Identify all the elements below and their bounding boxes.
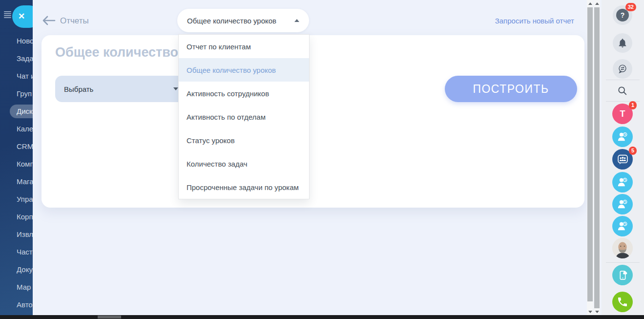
menu-item-total-lessons-selected[interactable]: Общее количество уроков [179, 58, 309, 82]
user-photo [612, 238, 633, 258]
scroll-down-arrow[interactable] [587, 308, 593, 315]
group-chat-icon [617, 153, 629, 166]
person-clock-icon [616, 220, 629, 233]
menu-item-employee-activity[interactable]: Активность сотрудников [179, 82, 309, 105]
device-cloud-icon [617, 269, 629, 281]
left-sidebar: ✕ Ново Зада Чат и Груп Диск Кале CRM Ком… [0, 0, 33, 315]
horizontal-scrollbar-thumb[interactable] [98, 316, 121, 319]
group-chat-badge: 5 [629, 147, 637, 155]
chevron-down-icon [173, 87, 178, 90]
device-sync-button[interactable] [612, 265, 633, 285]
scroll-up-arrow[interactable] [587, 0, 593, 7]
person-clock-icon [616, 176, 629, 189]
group-chat-avatar[interactable]: 5 [612, 149, 633, 170]
phone-icon [617, 296, 628, 308]
build-report-button[interactable]: ПОСТРОИТЬ [445, 76, 577, 102]
scroll-down-arrow[interactable] [594, 308, 600, 315]
menu-item-overdue-tasks[interactable]: Просроченные задачи по урокам [179, 175, 309, 199]
person-clock-icon [616, 198, 629, 211]
phone-button[interactable] [612, 292, 633, 312]
chat-list-button[interactable] [613, 59, 632, 79]
help-button[interactable]: ? 32 [613, 5, 632, 25]
contact-avatar-person-clock[interactable] [612, 216, 633, 236]
photo-avatar[interactable] [612, 238, 633, 258]
avatar-letter: T [620, 109, 625, 119]
person-clock-icon [616, 130, 629, 143]
chat-exchange-icon [617, 64, 628, 74]
report-type-dropdown-value: Общее количество уроков [187, 17, 276, 25]
filter-select-value: Выбрать [64, 85, 93, 93]
filter-select[interactable]: Выбрать [55, 76, 187, 102]
outer-vertical-scrollbar[interactable] [594, 0, 600, 315]
main-panel: Отчеты Запросить новый отчет Общее колич… [33, 0, 587, 315]
bottom-horizontal-scrollbar[interactable] [0, 315, 644, 319]
menu-item-report-clients[interactable]: Отчет по клиентам [179, 35, 309, 58]
help-icon: ? [616, 9, 629, 21]
hamburger-menu-icon[interactable] [4, 10, 11, 19]
avatar-badge: 1 [629, 101, 637, 109]
search-button[interactable] [613, 81, 632, 101]
rail-divider [606, 262, 640, 263]
report-type-dropdown[interactable]: Общее количество уроков [177, 9, 309, 32]
menu-item-lesson-status[interactable]: Статус уроков [179, 128, 309, 152]
contact-avatar-person-clock[interactable] [612, 172, 633, 192]
contact-avatar-person-clock[interactable] [612, 127, 633, 147]
menu-item-task-count[interactable]: Количество задач [179, 152, 309, 175]
notifications-button[interactable] [613, 33, 632, 53]
report-card: Общее количество уроков Выбрать ПОСТРОИТ… [42, 35, 584, 208]
chevron-up-icon [294, 19, 299, 22]
outer-scrollbar-thumb[interactable] [594, 7, 600, 308]
back-arrow-icon[interactable] [42, 15, 56, 28]
inner-vertical-scrollbar[interactable] [587, 0, 593, 315]
search-icon [617, 85, 628, 96]
app-root: ✕ Ново Зада Чат и Груп Диск Кале CRM Ком… [0, 0, 644, 319]
close-icon: ✕ [18, 11, 25, 21]
scroll-up-arrow[interactable] [594, 0, 600, 7]
inner-scrollbar-thumb[interactable] [587, 7, 593, 301]
user-letter-avatar[interactable]: T 1 [612, 104, 633, 124]
report-type-menu: Отчет по клиентам Общее количество уроко… [178, 34, 310, 199]
help-badge: 32 [625, 3, 636, 11]
page-title: Отчеты [60, 16, 89, 26]
request-new-report-link[interactable]: Запросить новый отчет [495, 17, 574, 25]
rail-divider [606, 80, 640, 80]
right-rail: ? 32 [602, 0, 644, 319]
contact-avatar-person-clock[interactable] [612, 194, 633, 214]
bell-icon [617, 38, 628, 48]
menu-item-department-activity[interactable]: Активность по отделам [179, 105, 309, 128]
